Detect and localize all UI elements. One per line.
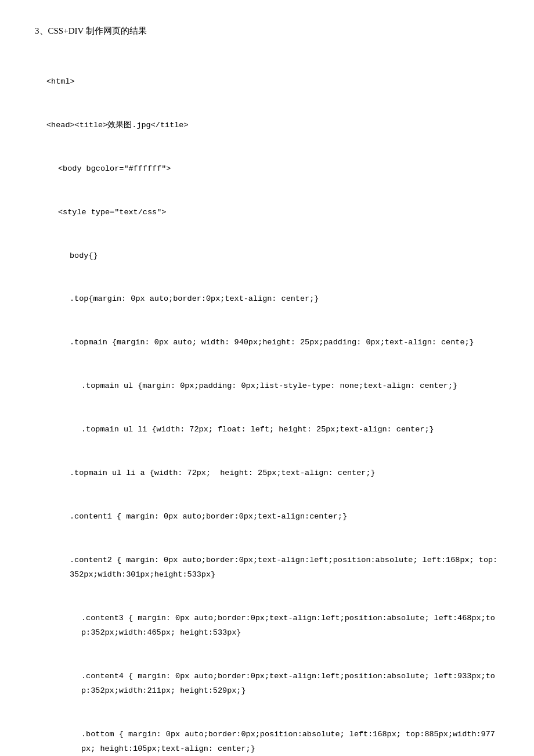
code-line-6: .top{margin: 0px auto;border:0px;text-al… bbox=[35, 292, 499, 307]
code-line-1: <html> bbox=[35, 75, 499, 89]
code-line-8: .topmain ul {margin: 0px;padding: 0px;li… bbox=[35, 379, 499, 394]
main-content: 3、CSS+DIV 制作网页的结果 <html> <head><title>效果… bbox=[35, 23, 499, 756]
code-line-2: <head><title>效果图.jpg</title> bbox=[35, 118, 499, 133]
code-line-4: <style type="text/css"> bbox=[35, 206, 499, 220]
section-title: 3、CSS+DIV 制作网页的结果 bbox=[35, 23, 499, 39]
code-line-11: .content1 { margin: 0px auto;border:0px;… bbox=[35, 510, 499, 524]
code-line-13: .content3 { margin: 0px auto;border:0px;… bbox=[35, 611, 499, 640]
code-line-3: <body bgcolor="#ffffff"> bbox=[35, 162, 499, 177]
code-line-5: body{} bbox=[35, 249, 499, 264]
code-line-7: .topmain {margin: 0px auto; width: 940px… bbox=[35, 336, 499, 350]
code-line-12: .content2 { margin: 0px auto;border:0px;… bbox=[35, 553, 499, 582]
code-block: <html> <head><title>效果图.jpg</title> <bod… bbox=[35, 46, 499, 756]
code-line-10: .topmain ul li a {width: 72px; height: 2… bbox=[35, 466, 499, 481]
code-line-15: .bottom { margin: 0px auto;border:0px;po… bbox=[35, 728, 499, 756]
code-line-14: .content4 { margin: 0px auto;border:0px;… bbox=[35, 669, 499, 699]
code-line-9: .topmain ul li {width: 72px; float: left… bbox=[35, 423, 499, 437]
